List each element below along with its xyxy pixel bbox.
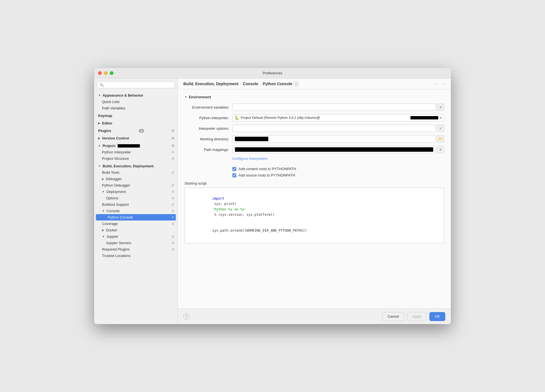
- path-mappings-input-container[interactable]: [232, 146, 436, 153]
- sidebar-item-python-interpreter[interactable]: Python Interpreter ⊟: [94, 149, 177, 155]
- apply-button[interactable]: Apply: [407, 312, 427, 321]
- sidebar-item-version-control[interactable]: ▶ Version Control ⊟: [94, 134, 177, 141]
- sidebar-item-project-structure[interactable]: Project Structure ⊟: [94, 155, 177, 162]
- python-debugger-icon: ⊟: [172, 183, 174, 187]
- sidebar-item-editor[interactable]: ▶ Editor: [94, 119, 177, 126]
- close-button[interactable]: [98, 71, 102, 75]
- docker-arrow: ▶: [102, 229, 104, 232]
- console-icon: ⊟: [172, 209, 174, 213]
- checkboxes-container: Add content roots to PYTHONPATH Add sour…: [231, 167, 444, 177]
- preferences-window: Preferences 🔍 ▼ Appearance & Behavior Qu…: [94, 68, 451, 324]
- sidebar-item-quick-lists[interactable]: Quick Lists: [94, 99, 177, 105]
- breadcrumb: Build, Execution, Deployment › Console ›…: [178, 79, 451, 89]
- sidebar: 🔍 ▼ Appearance & Behavior Quick Lists Pa…: [94, 79, 178, 324]
- env-variables-browse-btn[interactable]: ≡: [437, 104, 444, 111]
- breadcrumb-sep-1: ›: [240, 82, 241, 86]
- expand-arrow: ▶: [98, 122, 100, 125]
- interpreter-options-row: Interpreter options: ⤢: [184, 125, 444, 132]
- traffic-lights: [98, 71, 113, 75]
- vc-icon: ⊟: [172, 136, 174, 140]
- nav-back-arrow[interactable]: ←: [434, 81, 439, 86]
- required-plugins-icon: ⊟: [172, 248, 174, 251]
- jupyter-icon: ⊟: [172, 235, 174, 238]
- interpreter-text-value: Project Default (Remote Python 3.6.2 (sf…: [241, 116, 409, 120]
- collapse-arrow: ▼: [98, 94, 101, 97]
- project-struct-icon: ⊟: [172, 157, 174, 160]
- script-line2-content: sys.path.extend([WORKING_DIR_AND_PYTHON_…: [212, 229, 307, 232]
- sidebar-item-trusted-locations[interactable]: Trusted Locations: [94, 253, 177, 259]
- environment-section-header: ▼ Environment: [184, 95, 444, 99]
- path-mappings-field: ≡: [232, 146, 444, 153]
- window-title: Preferences: [263, 71, 282, 75]
- jupyter-servers-icon: ⊟: [172, 241, 174, 245]
- env-section-arrow[interactable]: ▼: [184, 95, 187, 99]
- configure-interpreters-link[interactable]: Configure Interpreters: [232, 156, 267, 161]
- options-icon: ⊟: [172, 196, 174, 200]
- sidebar-item-keymap[interactable]: Keymap: [94, 111, 177, 119]
- sidebar-item-build-tools[interactable]: Build Tools ⊟: [94, 169, 177, 176]
- sidebar-item-path-variables[interactable]: Path Variables: [94, 105, 177, 111]
- path-mappings-btn[interactable]: ≡: [437, 146, 444, 153]
- sidebar-item-plugins[interactable]: Plugins 1 ⊟: [94, 126, 177, 134]
- minimize-button[interactable]: [104, 71, 108, 75]
- path-mappings-label: Path mappings:: [184, 148, 229, 152]
- main-scrollable-content: ▼ Environment Environment variables: ≡ P…: [178, 89, 451, 308]
- deployment-arrow: ▼: [102, 190, 105, 193]
- sidebar-item-options[interactable]: Options ⊟: [94, 195, 177, 201]
- plugins-settings-icon: ⊟: [172, 129, 174, 133]
- add-content-roots-label: Add content roots to PYTHONPATH: [239, 167, 296, 171]
- sidebar-item-coverage[interactable]: Coverage ⊟: [94, 220, 177, 227]
- breadcrumb-sep-2: ›: [260, 82, 261, 86]
- python-interpreter-select[interactable]: 🐍 Project Default (Remote Python 3.6.2 (…: [232, 114, 444, 121]
- sidebar-item-deployment[interactable]: ▼ Deployment ⊟: [94, 188, 177, 195]
- interpreter-options-input[interactable]: [232, 125, 436, 132]
- sidebar-item-python-console[interactable]: Python Console ⊟: [96, 214, 176, 220]
- working-directory-row: Working directory: 📁: [184, 135, 444, 143]
- search-icon: 🔍: [99, 83, 104, 87]
- script-line-1: import sys; print( 'Python %s on %s' % (…: [188, 191, 441, 223]
- search-input[interactable]: [105, 83, 172, 87]
- add-source-roots-row: Add source roots to PYTHONPATH: [232, 173, 444, 177]
- project-name-redacted: [118, 144, 140, 148]
- breadcrumb-settings-icon[interactable]: ⊟: [294, 81, 299, 86]
- working-dir-browse-btn[interactable]: 📁: [437, 135, 444, 143]
- configure-link-container: Configure Interpreters: [232, 156, 444, 163]
- add-content-roots-row: Add content roots to PYTHONPATH: [232, 167, 444, 171]
- working-directory-field: 📁: [232, 135, 444, 143]
- add-content-roots-checkbox[interactable]: [232, 167, 236, 171]
- help-button[interactable]: ?: [183, 313, 189, 320]
- env-variables-input[interactable]: [232, 104, 436, 111]
- sidebar-item-buildout[interactable]: Buildout Support ⊟: [94, 201, 177, 208]
- main-content-area: 🔍 ▼ Appearance & Behavior Quick Lists Pa…: [94, 79, 451, 324]
- working-dir-redacted: [235, 137, 268, 141]
- build-tools-icon: ⊟: [172, 171, 174, 174]
- sidebar-item-debugger[interactable]: ▶ Debugger: [94, 176, 177, 182]
- main-panel: Build, Execution, Deployment › Console ›…: [178, 79, 451, 324]
- python-console-icon: ⊟: [172, 215, 174, 219]
- sidebar-item-console[interactable]: ▼ Console ⊟: [94, 208, 177, 214]
- sidebar-item-required-plugins[interactable]: Required Plugins ⊟: [94, 246, 177, 253]
- sidebar-item-project[interactable]: ▼ Project: ⊟: [94, 141, 177, 149]
- project-arrow: ▼: [98, 144, 101, 147]
- sidebar-item-appearance[interactable]: ▼ Appearance & Behavior: [94, 91, 177, 99]
- sidebar-item-python-debugger[interactable]: Python Debugger ⊟: [94, 182, 177, 188]
- script-sys: sys; print(: [212, 202, 237, 206]
- search-box[interactable]: 🔍: [97, 81, 175, 88]
- working-dir-input-container[interactable]: [232, 135, 436, 143]
- script-editor[interactable]: import sys; print( 'Python %s on %s' % (…: [184, 188, 444, 243]
- maximize-button[interactable]: [110, 71, 113, 75]
- project-icon: ⊟: [172, 144, 174, 148]
- cancel-button[interactable]: Cancel: [382, 312, 404, 321]
- sidebar-item-jupyter[interactable]: ▼ Jupyter ⊟: [94, 233, 177, 240]
- sidebar-item-jupyter-servers[interactable]: Jupyter Servers ⊟: [94, 240, 177, 246]
- ok-button[interactable]: OK: [429, 312, 445, 321]
- add-source-roots-label: Add source roots to PYTHONPATH: [239, 173, 295, 177]
- titlebar: Preferences: [94, 68, 451, 79]
- interpreter-options-expand-btn[interactable]: ⤢: [437, 125, 444, 132]
- nav-forward-arrow[interactable]: →: [441, 81, 445, 86]
- add-source-roots-checkbox[interactable]: [232, 173, 236, 177]
- sidebar-item-docker[interactable]: ▶ Docker: [94, 227, 177, 233]
- sidebar-list: ▼ Appearance & Behavior Quick Lists Path…: [94, 91, 177, 324]
- sidebar-item-build-exec[interactable]: ▼ Build, Execution, Deployment: [94, 162, 177, 169]
- working-directory-label: Working directory:: [184, 137, 229, 141]
